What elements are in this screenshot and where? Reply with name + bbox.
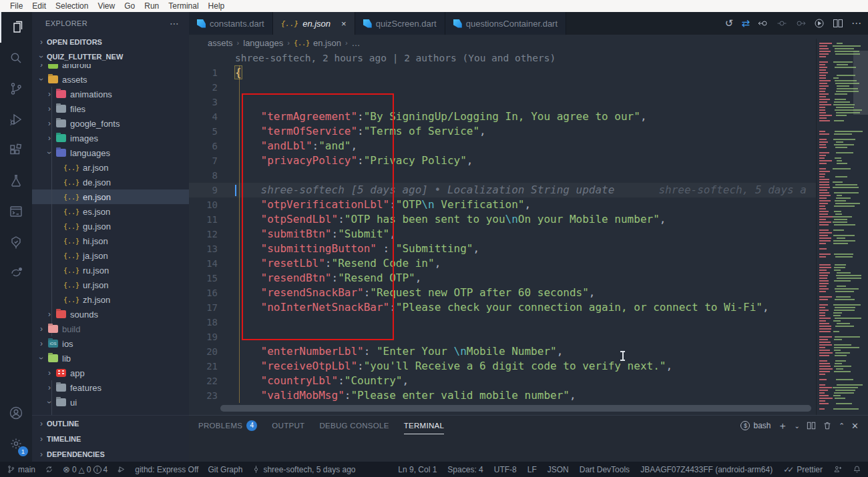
status-git-graph[interactable]: Git Graph xyxy=(208,465,242,474)
menu-item-file[interactable]: File xyxy=(5,1,27,11)
section-outline[interactable]: ›OUTLINE xyxy=(32,416,189,431)
activity-todo-tree-icon[interactable] xyxy=(0,227,32,258)
status-language-mode[interactable]: JSON xyxy=(548,465,569,474)
breadcrumb-item-assets[interactable]: assets xyxy=(208,38,233,48)
editor-action-more-icon[interactable]: ⋯ xyxy=(851,17,861,29)
tree-item-ru.json[interactable]: {..}ru.json xyxy=(32,263,189,278)
tree-item-google_fonts[interactable]: ›google_fonts xyxy=(32,116,189,131)
code-line-20[interactable]: 20 "enterNumberLbl": "Enter Your \nMobil… xyxy=(189,344,816,359)
code-line-23[interactable]: 23 "validMobMsg":"Please enter valid mob… xyxy=(189,388,816,403)
status-encoding[interactable]: UTF-8 xyxy=(494,465,517,474)
status-githd[interactable]: githd: Express Off xyxy=(135,465,198,474)
tree-item-ar.json[interactable]: {..}ar.json xyxy=(32,160,189,175)
menu-item-view[interactable]: View xyxy=(93,1,120,11)
status-git-branch[interactable]: main xyxy=(7,465,35,474)
tab-quizScreen.dart[interactable]: quizScreen.dart xyxy=(355,12,445,35)
status-notifications[interactable] xyxy=(853,465,861,474)
status-diagnostics[interactable]: ⊗0△0i4 xyxy=(63,464,107,474)
status-dart-devtools[interactable]: Dart DevTools xyxy=(580,465,630,474)
menu-item-selection[interactable]: Selection xyxy=(51,1,93,11)
code-line-22[interactable]: 22 "countryLbl":"Country", xyxy=(189,374,816,388)
status-indentation[interactable]: Spaces: 4 xyxy=(447,465,483,474)
editor-action-nav-forward-icon[interactable] xyxy=(795,18,806,29)
shell-selector[interactable]: $ bash xyxy=(740,421,771,430)
tree-item-ja.json[interactable]: {..}ja.json xyxy=(32,248,189,263)
status-prettier[interactable]: ✓✓Prettier xyxy=(783,465,823,474)
activity-settings-icon[interactable]: 1 xyxy=(0,428,32,459)
tree-item-ui[interactable]: ›ui xyxy=(32,395,189,410)
activity-testing-icon[interactable] xyxy=(0,165,32,196)
menu-item-terminal[interactable]: Terminal xyxy=(164,1,203,11)
status-debug-launch[interactable] xyxy=(117,465,126,474)
tree-item-gu.json[interactable]: {..}gu.json xyxy=(32,219,189,233)
chevron-down-icon[interactable]: ⌄ xyxy=(794,422,799,430)
activity-source-control-icon[interactable] xyxy=(0,73,32,104)
tree-item-android[interactable]: ›android xyxy=(32,64,189,72)
tree-item-de.json[interactable]: {..}de.json xyxy=(32,175,189,189)
breadcrumb-item-languages[interactable]: languages xyxy=(243,38,283,48)
minimap[interactable] xyxy=(816,39,868,415)
tree-item-languages[interactable]: ›languages xyxy=(32,145,189,160)
activity-explorer-icon[interactable] xyxy=(0,12,32,43)
breadcrumb-item-en.json[interactable]: {..}en.json xyxy=(294,38,341,48)
editor-action-sync-colored-icon[interactable]: ⇄ xyxy=(741,17,750,29)
menu-item-run[interactable]: Run xyxy=(140,1,164,11)
panel-tab-output[interactable]: OUTPUT xyxy=(272,416,304,436)
tree-item-images[interactable]: ›images xyxy=(32,131,189,145)
editor-action-nav-back-icon[interactable] xyxy=(758,18,769,29)
editor-action-run-circle-icon[interactable] xyxy=(814,18,825,29)
code-line-2[interactable]: 2 xyxy=(189,80,816,95)
tree-item-build[interactable]: ›build xyxy=(32,322,189,336)
status-commit-blame[interactable]: shree-softech, 5 days ago xyxy=(252,465,355,474)
activity-extensions-icon[interactable] xyxy=(0,135,32,165)
editor-action-split-editor-icon[interactable] xyxy=(833,18,843,29)
tree-item-files[interactable]: ›files xyxy=(32,101,189,116)
activity-sync-icon[interactable] xyxy=(0,258,32,288)
more-actions-icon[interactable]: ⋯ xyxy=(170,18,180,29)
menu-item-go[interactable]: Go xyxy=(120,1,140,11)
panel-tab-terminal[interactable]: TERMINAL xyxy=(404,416,445,436)
status-feedback[interactable] xyxy=(833,465,842,474)
section-timeline[interactable]: ›TIMELINE xyxy=(32,431,189,446)
activity-terminal-panel-icon[interactable] xyxy=(0,196,32,227)
status-cursor-position[interactable]: Ln 9, Col 1 xyxy=(398,465,437,474)
activity-run-and-debug-icon[interactable] xyxy=(0,104,32,135)
tree-item-features[interactable]: ›features xyxy=(32,380,189,395)
tree-item-ios[interactable]: ›ios xyxy=(32,336,189,351)
tree-item-ur.json[interactable]: {..}ur.json xyxy=(32,278,189,292)
menu-item-edit[interactable]: Edit xyxy=(27,1,51,11)
editor-action-history-icon[interactable]: ↺ xyxy=(725,17,734,29)
activity-accounts-icon[interactable] xyxy=(0,398,32,428)
tree-item-es.json[interactable]: {..}es.json xyxy=(32,204,189,219)
new-terminal-button[interactable]: ＋ xyxy=(777,420,787,432)
activity-search-icon[interactable] xyxy=(0,43,32,73)
tree-item-animations[interactable]: ›animations xyxy=(32,87,189,101)
tab-en.json[interactable]: {..}en.json× xyxy=(273,12,355,35)
horizontal-scrollbar[interactable] xyxy=(220,405,811,412)
menu-item-help[interactable]: Help xyxy=(204,1,230,11)
tree-item-hi.json[interactable]: {..}hi.json xyxy=(32,233,189,248)
status-device[interactable]: JBAAGF07Z4433FF (android-arm64) xyxy=(640,465,773,474)
panel-tab-debug-console[interactable]: DEBUG CONSOLE xyxy=(319,416,389,436)
maximize-panel-icon[interactable]: ⌃ xyxy=(839,422,845,430)
editor-action-nav-circle-icon[interactable] xyxy=(777,18,787,29)
close-icon[interactable]: × xyxy=(341,19,347,29)
tab-constants.dart[interactable]: constants.dart xyxy=(189,12,273,35)
tree-item-assets[interactable]: ›assets xyxy=(32,72,189,87)
tree-item-lib[interactable]: ›lib xyxy=(32,351,189,366)
project-root-section[interactable]: › QUIZ_FLUTTER_NEW xyxy=(32,49,189,64)
status-sync[interactable] xyxy=(45,465,53,474)
breadcrumb-item-…[interactable]: … xyxy=(352,38,361,48)
split-terminal-icon[interactable] xyxy=(807,421,816,430)
close-panel-icon[interactable]: ✕ xyxy=(851,421,859,431)
section-dependencies[interactable]: ›DEPENDENCIES xyxy=(32,446,189,462)
kill-terminal-icon[interactable] xyxy=(823,421,832,430)
tab-questionsContainer.dart[interactable]: questionsContainer.dart xyxy=(445,12,566,35)
tree-item-sounds[interactable]: ›sounds xyxy=(32,307,189,322)
panel-tab-problems[interactable]: PROBLEMS4 xyxy=(198,416,257,436)
code-line-21[interactable]: 21 "receiveOtpLbl":"you'll Receive a 6 d… xyxy=(189,359,816,374)
status-eol[interactable]: LF xyxy=(527,465,537,474)
tree-item-app[interactable]: ›app xyxy=(32,366,189,380)
code-line-1[interactable]: 1{ xyxy=(189,65,816,80)
tree-item-en.json[interactable]: {..}en.json xyxy=(32,189,189,204)
